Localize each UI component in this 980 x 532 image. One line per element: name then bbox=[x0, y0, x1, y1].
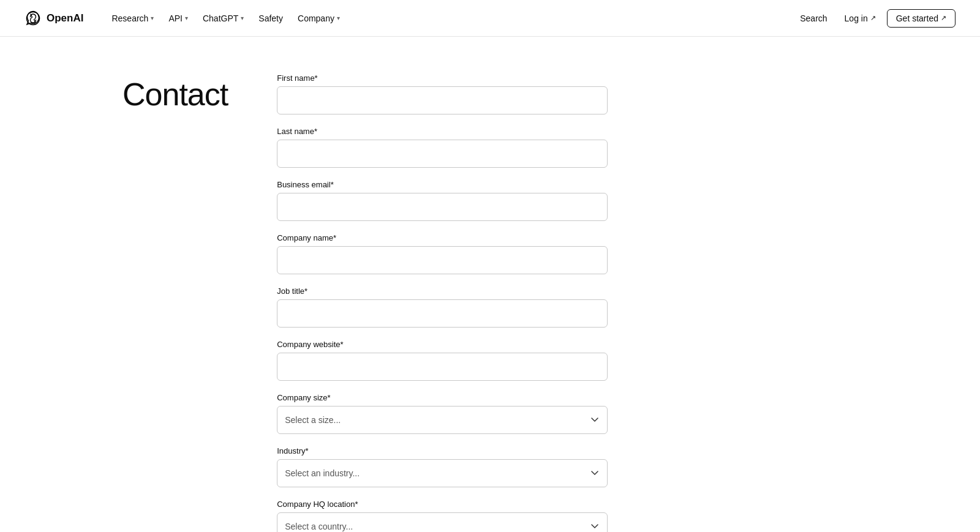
company-website-label: Company website* bbox=[277, 340, 608, 349]
company-name-input[interactable] bbox=[277, 246, 608, 274]
nav-safety[interactable]: Safety bbox=[252, 10, 289, 27]
company-website-input[interactable] bbox=[277, 353, 608, 381]
last-name-group: Last name* bbox=[277, 127, 608, 168]
nav-chatgpt[interactable]: ChatGPT ▾ bbox=[197, 10, 250, 27]
external-link-icon: ↗ bbox=[941, 14, 946, 22]
company-hq-group: Company HQ location* Select a country...… bbox=[277, 500, 608, 532]
company-hq-label: Company HQ location* bbox=[277, 500, 608, 509]
company-name-group: Company name* bbox=[277, 233, 608, 274]
login-button[interactable]: Log in ↗ bbox=[839, 10, 882, 27]
job-title-label: Job title* bbox=[277, 287, 608, 296]
company-website-group: Company website* bbox=[277, 340, 608, 381]
job-title-group: Job title* bbox=[277, 287, 608, 328]
navbar: OpenAI Research ▾ API ▾ ChatGPT ▾ Safety… bbox=[0, 0, 980, 37]
contact-form: First name* Last name* Business email* C… bbox=[277, 73, 608, 532]
company-name-label: Company name* bbox=[277, 233, 608, 242]
nav-company[interactable]: Company ▾ bbox=[292, 10, 346, 27]
contact-form-container: First name* Last name* Business email* C… bbox=[277, 73, 608, 532]
last-name-input[interactable] bbox=[277, 140, 608, 168]
industry-group: Industry* Select an industry... Technolo… bbox=[277, 446, 608, 487]
nav-research[interactable]: Research ▾ bbox=[105, 10, 160, 27]
search-button[interactable]: Search bbox=[794, 10, 833, 27]
business-email-input[interactable] bbox=[277, 193, 608, 221]
logo-link[interactable]: OpenAI bbox=[24, 10, 83, 27]
page-layout: Contact First name* Last name* Business … bbox=[0, 37, 858, 532]
openai-logo-icon bbox=[24, 10, 42, 27]
company-size-label: Company size* bbox=[277, 393, 608, 402]
company-hq-select[interactable]: Select a country... United States United… bbox=[277, 512, 608, 532]
company-size-select[interactable]: Select a size... 1–10 11–50 51–200 201–5… bbox=[277, 406, 608, 434]
chevron-down-icon: ▾ bbox=[185, 15, 188, 21]
job-title-input[interactable] bbox=[277, 299, 608, 328]
nav-right: Search Log in ↗ Get started ↗ bbox=[794, 9, 956, 28]
last-name-label: Last name* bbox=[277, 127, 608, 136]
chevron-down-icon: ▾ bbox=[151, 15, 154, 21]
chevron-down-icon: ▾ bbox=[337, 15, 340, 21]
industry-select[interactable]: Select an industry... Technology Healthc… bbox=[277, 459, 608, 487]
business-email-label: Business email* bbox=[277, 180, 608, 189]
page-title: Contact bbox=[123, 76, 228, 113]
chevron-down-icon: ▾ bbox=[241, 15, 244, 21]
first-name-input[interactable] bbox=[277, 86, 608, 114]
business-email-group: Business email* bbox=[277, 180, 608, 221]
page-left: Contact bbox=[123, 73, 228, 532]
get-started-button[interactable]: Get started ↗ bbox=[887, 9, 956, 28]
company-size-group: Company size* Select a size... 1–10 11–5… bbox=[277, 393, 608, 434]
nav-api[interactable]: API ▾ bbox=[162, 10, 194, 27]
first-name-label: First name* bbox=[277, 73, 608, 83]
nav-links: Research ▾ API ▾ ChatGPT ▾ Safety Compan… bbox=[105, 10, 794, 27]
external-link-icon: ↗ bbox=[870, 14, 876, 22]
industry-label: Industry* bbox=[277, 446, 608, 455]
first-name-group: First name* bbox=[277, 73, 608, 114]
